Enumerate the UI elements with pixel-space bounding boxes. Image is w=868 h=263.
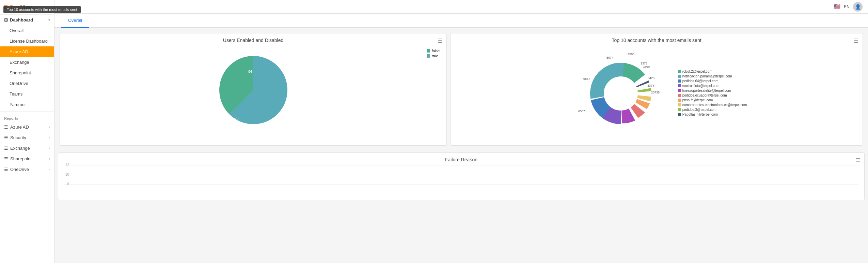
label-3499: 3499	[643, 65, 650, 69]
legend-item-false: false	[427, 49, 440, 53]
r-azure-ad-label: Azure AD	[10, 125, 29, 130]
donut-legend-2: notificacion.panama@terpel.com	[678, 74, 747, 78]
tabs-bar: Overall	[54, 14, 868, 28]
legend-dot-false	[427, 49, 430, 53]
chevron-right-icon: ›	[49, 125, 50, 129]
sidebar: ⊞ TotalView Top 10 accounts with the mos…	[0, 0, 54, 263]
pie-svg: 34 13	[212, 49, 294, 131]
chevron-right-icon-exchange: ›	[49, 146, 50, 150]
reports-section-label: Reports	[0, 113, 54, 122]
sidebar-item-reports-security[interactable]: ☰ Security ›	[0, 132, 54, 143]
logo-icon: ⊞	[3, 4, 8, 10]
content-area: Overall Users Enabled and Disabled ☰ fal…	[54, 14, 868, 263]
azure-ad-label: Azure AD	[10, 49, 28, 54]
topbar: 🇺🇸 EN 👤	[54, 0, 868, 14]
label-3374: 3374	[647, 84, 654, 87]
exchange-label: Exchange	[10, 60, 29, 65]
sidebar-item-yammer[interactable]: Yammer	[0, 99, 54, 110]
sidebar-item-sharepoint[interactable]: Sharepoint	[0, 68, 54, 78]
donut-legend-9: pedidos.3@terpel.com	[678, 108, 747, 112]
legend-dot-true	[427, 54, 430, 58]
chevron-down-icon: ▾	[48, 18, 50, 22]
pie-chart-card: Users Enabled and Disabled ☰ false true	[60, 33, 447, 146]
legend-label-true: true	[432, 54, 438, 58]
sidebar-item-onedrive[interactable]: OneDrive	[0, 78, 54, 89]
pie-label-13: 13	[234, 117, 239, 122]
pie-chart-visual: 34 13	[65, 46, 441, 134]
grid-label-10: 10	[64, 173, 70, 176]
list-icon: ☰	[4, 125, 8, 130]
chevron-right-icon-onedrive: ›	[49, 167, 50, 171]
donut-legend-1: robot.2@terpel.com	[678, 70, 747, 73]
yammer-label: Yammer	[10, 102, 26, 107]
donut-legend-6: pedidos.ecuador@terpel.com	[678, 93, 747, 97]
label-6507: 6507	[578, 109, 585, 113]
sidebar-item-reports-onedrive[interactable]: ☰ OneDrive ›	[0, 164, 54, 175]
r-exchange-label: Exchange	[10, 146, 30, 151]
sidebar-item-azure-ad[interactable]: Azure AD	[0, 46, 54, 57]
main-content: 🇺🇸 EN 👤 Overall Users Enabled and Disabl…	[54, 0, 868, 263]
overall-label: Overall	[10, 28, 23, 33]
r-onedrive-label: OneDrive	[10, 167, 29, 172]
label-5867: 5867	[583, 77, 590, 81]
donut-legend-10: Pagoflas h@terpel.com	[678, 113, 747, 116]
app-logo: ⊞ TotalView	[0, 0, 54, 15]
sidebar-item-reports-exchange[interactable]: ☰ Exchange ›	[0, 143, 54, 154]
donut-hole	[604, 76, 638, 111]
donut-legend: robot.2@terpel.com notificacion.panama@t…	[678, 70, 747, 117]
list-icon-onedrive: ☰	[4, 167, 8, 172]
grid-label-8: 8	[64, 182, 70, 186]
charts-row: Users Enabled and Disabled ☰ false true	[54, 28, 868, 151]
donut-chart-area: 20735 18281 6507 5867 5074 4585 3499 342…	[456, 46, 857, 141]
donut-group	[585, 55, 651, 127]
donut-chart-menu-button[interactable]: ☰	[854, 38, 858, 44]
pie-chart-menu-button[interactable]: ☰	[438, 38, 442, 44]
pie-label-34: 34	[248, 69, 252, 74]
dashboard-label: Dashboard	[10, 17, 33, 23]
grid-line-10: 10	[64, 175, 859, 184]
legend-label-false: false	[432, 49, 440, 53]
failure-chart-grid: 12 10 8	[64, 165, 859, 194]
list-icon-security: ☰	[4, 135, 8, 140]
flag-icon: 🇺🇸	[834, 3, 840, 10]
sidebar-item-teams[interactable]: Teams	[0, 89, 54, 99]
tab-overall[interactable]: Overall	[61, 14, 89, 28]
language-label[interactable]: EN	[844, 4, 850, 9]
teams-label: Teams	[10, 91, 22, 97]
sidebar-item-exchange[interactable]: Exchange	[0, 57, 54, 68]
logo-text: TotalView	[10, 4, 32, 10]
failure-reason-card: Failure Reason ☰ 12 10 8	[58, 152, 865, 200]
grid-line-8: 8	[64, 184, 859, 194]
avatar[interactable]: 👤	[853, 2, 863, 12]
legend-item-true: true	[427, 54, 440, 58]
failure-chart-menu-button[interactable]: ☰	[855, 157, 860, 163]
donut-legend-4: control.flota@terpel.com	[678, 84, 747, 88]
sidebar-item-reports-azure-ad[interactable]: ☰ Azure AD ›	[0, 122, 54, 132]
sidebar-item-license-dashboard[interactable]: License Dashboard	[0, 36, 54, 46]
donut-legend-8: comprobantes.electronicos.ec@terpel.com	[678, 103, 747, 107]
grid-line-12: 12	[64, 165, 859, 175]
failure-chart-title: Failure Reason	[64, 157, 859, 162]
donut-chart-card: Top 10 accounts with the most emails sen…	[450, 33, 863, 146]
chevron-right-icon-sharepoint: ›	[49, 157, 50, 161]
list-icon-sharepoint: ☰	[4, 156, 8, 161]
sidebar-item-reports-sharepoint[interactable]: ☰ Sharepoint ›	[0, 154, 54, 164]
label-3423: 3423	[648, 76, 654, 80]
grid-label-12: 12	[64, 163, 70, 167]
label-5074: 5074	[606, 56, 613, 59]
donut-legend-5: lineasoportesatelite@terpel.com	[678, 89, 747, 92]
chevron-right-icon-security: ›	[49, 136, 50, 140]
pie-chart-title: Users Enabled and Disabled	[65, 38, 441, 43]
license-dashboard-label: License Dashboard	[10, 39, 48, 44]
donut-legend-3: pedidos.64@terpel.com	[678, 79, 747, 83]
grid-icon: ⊞	[4, 17, 8, 23]
sharepoint-label: Sharepoint	[10, 70, 31, 75]
label-4585: 4585	[628, 53, 634, 56]
sidebar-item-overall[interactable]: Overall	[0, 25, 54, 36]
sidebar-item-dashboard[interactable]: ⊞ Dashboard ▾	[0, 15, 54, 25]
donut-svg: 20735 18281 6507 5867 5074 4585 3499 342…	[566, 46, 675, 141]
donut-legend-7: pnsa.fe@terpel.com	[678, 98, 747, 102]
onedrive-label: OneDrive	[10, 81, 28, 86]
label-3378: 3378	[641, 62, 647, 65]
list-icon-exchange: ☰	[4, 146, 8, 151]
